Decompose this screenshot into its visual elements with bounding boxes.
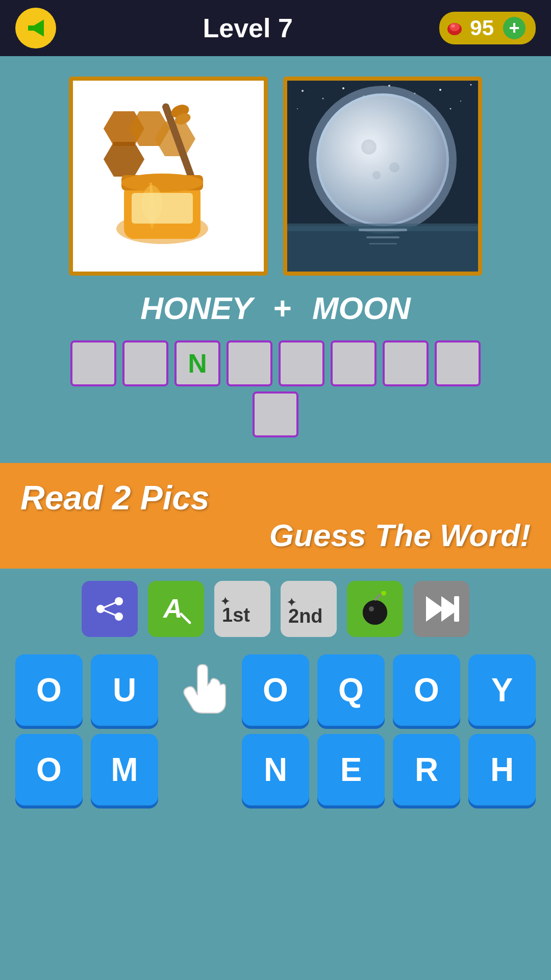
svg-point-26 [439, 89, 441, 91]
svg-point-20 [302, 90, 304, 92]
svg-point-33 [361, 139, 377, 155]
answer-box-6[interactable] [331, 340, 377, 386]
cursor-area [166, 654, 234, 726]
honey-illustration [73, 81, 264, 272]
key-R[interactable]: R [393, 734, 460, 805]
answer-row-2 [253, 391, 298, 437]
key-H[interactable]: H [468, 734, 536, 805]
key-N[interactable]: N [242, 734, 309, 805]
svg-point-27 [460, 101, 461, 102]
svg-text:2nd: 2nd [288, 605, 323, 627]
cursor-hand-icon [169, 654, 231, 726]
banner-line1: Read 2 Pics [20, 478, 531, 517]
key-Q[interactable]: Q [317, 654, 385, 726]
svg-rect-36 [287, 226, 478, 272]
svg-rect-40 [369, 243, 397, 244]
svg-point-34 [389, 162, 399, 173]
image-labels: HONEY + MOON [20, 290, 531, 326]
answer-box-8[interactable] [435, 340, 481, 386]
svg-point-29 [297, 108, 298, 109]
svg-point-21 [322, 98, 324, 100]
answer-box-3[interactable]: N [174, 340, 220, 386]
answer-box-2[interactable] [122, 340, 168, 386]
moon-label: MOON [312, 290, 411, 326]
plus-sign: + [273, 290, 292, 326]
first-hint-label: ✦ 1st [219, 590, 265, 628]
svg-point-53 [363, 600, 387, 625]
score-badge: 95 + [439, 12, 536, 44]
svg-point-16 [121, 174, 203, 192]
svg-point-30 [450, 108, 452, 110]
cursor-area-2 [166, 734, 234, 805]
svg-line-44 [101, 601, 119, 609]
gem-icon [444, 18, 465, 38]
svg-point-3 [449, 23, 460, 31]
score-value: 95 [470, 16, 494, 40]
answer-box-9[interactable] [253, 391, 298, 437]
key-E[interactable]: E [317, 734, 385, 805]
answer-box-4[interactable] [227, 340, 272, 386]
add-score-button[interactable]: + [503, 17, 525, 39]
svg-point-28 [470, 84, 472, 86]
svg-rect-58 [454, 596, 459, 622]
svg-line-45 [101, 609, 119, 617]
svg-text:A: A [162, 594, 183, 623]
key-M[interactable]: M [91, 734, 158, 805]
answer-box-7[interactable] [383, 340, 429, 386]
header: Level 7 95 + [0, 0, 551, 56]
game-area: HONEY + MOON N [0, 56, 551, 448]
honey-label: HONEY [140, 290, 253, 326]
answer-box-5[interactable] [279, 340, 324, 386]
key-O-4[interactable]: O [15, 734, 83, 805]
svg-point-22 [342, 87, 344, 89]
key-O-1[interactable]: O [15, 654, 83, 726]
second-hint-button[interactable]: ✦ 2nd [281, 581, 337, 637]
first-icon: ✦ 1st [219, 590, 265, 626]
bomb-icon [357, 591, 393, 627]
moon-image-frame [283, 77, 482, 276]
second-icon: ✦ 2nd [286, 591, 332, 627]
svg-rect-18 [132, 193, 193, 224]
images-row [20, 77, 531, 276]
skip-button[interactable] [413, 581, 469, 637]
svg-rect-38 [359, 229, 407, 231]
keyboard-area: O U O Q O Y O M N E R H [0, 649, 551, 824]
first-hint-button[interactable]: ✦ 1st [214, 581, 270, 637]
share-icon [94, 596, 125, 622]
stars-decoration [287, 81, 478, 272]
banner-line2: Guess The Word! [20, 517, 531, 553]
svg-point-4 [451, 24, 455, 28]
back-arrow-icon [23, 15, 48, 41]
bomb-button[interactable] [347, 581, 403, 637]
svg-text:1st: 1st [222, 604, 250, 626]
promo-banner: Read 2 Pics Guess The Word! [0, 463, 551, 569]
skip-icon [423, 594, 459, 624]
key-Y[interactable]: Y [468, 654, 536, 726]
svg-point-35 [372, 171, 381, 179]
toolbar: A ✦ 1st ✦ 2nd [0, 569, 551, 649]
answer-area: N [20, 340, 531, 437]
svg-point-54 [369, 606, 374, 611]
hint-button[interactable]: A [148, 581, 204, 637]
svg-marker-56 [426, 596, 444, 622]
keyboard-row-2: O M N E R H [15, 734, 536, 805]
hint-icon: A [158, 591, 194, 627]
svg-rect-39 [366, 236, 399, 238]
key-O-2[interactable]: O [242, 654, 309, 726]
keyboard-row-1: O U O Q O Y [15, 654, 536, 726]
key-O-3[interactable]: O [393, 654, 460, 726]
moon-illustration [287, 81, 478, 272]
honey-image-frame [69, 77, 268, 276]
answer-box-1[interactable] [70, 340, 116, 386]
key-U[interactable]: U [91, 654, 158, 726]
back-button[interactable] [15, 8, 56, 48]
svg-rect-1 [28, 26, 38, 31]
level-title: Level 7 [203, 13, 292, 43]
share-button[interactable] [82, 581, 138, 637]
answer-row-1: N [70, 340, 481, 386]
